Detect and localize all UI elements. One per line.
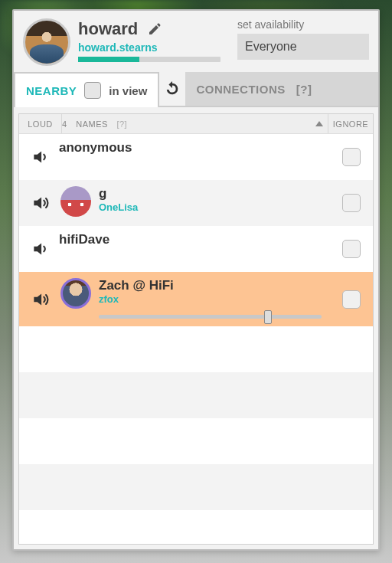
in-view-checkbox[interactable]: [84, 82, 101, 99]
volume-button[interactable]: [25, 239, 56, 259]
people-list: LOUD 4 NAMES [?] IGNORE anonymous g One: [18, 113, 374, 545]
ignore-checkbox[interactable]: [342, 148, 361, 166]
talk-level-bar: [78, 57, 220, 62]
my-avatar[interactable]: [23, 18, 70, 66]
person-avatar[interactable]: [60, 186, 91, 217]
edit-name-button[interactable]: [144, 18, 165, 40]
people-panel: howard howard.stearns set availability E…: [12, 9, 380, 551]
volume-slider[interactable]: [99, 313, 322, 320]
tab-connections-label: CONNECTIONS: [196, 83, 285, 96]
person-display-name: anonymous: [59, 140, 336, 155]
volume-button[interactable]: [25, 290, 56, 309]
tab-connections[interactable]: CONNECTIONS [?]: [185, 72, 378, 106]
tab-nearby[interactable]: NEARBY in view: [14, 72, 159, 107]
list-header: LOUD 4 NAMES [?] IGNORE: [19, 114, 373, 134]
person-username: OneLisa: [99, 201, 336, 213]
tab-bar: NEARBY in view CONNECTIONS [?]: [14, 72, 378, 107]
col-ignore[interactable]: IGNORE: [328, 114, 373, 133]
availability-label: set availability: [237, 18, 369, 31]
empty-row: [19, 372, 373, 418]
speaker-icon: [31, 193, 51, 213]
person-avatar[interactable]: [60, 278, 91, 309]
ignore-checkbox[interactable]: [342, 290, 361, 309]
names-help[interactable]: [?]: [116, 119, 127, 129]
names-label: NAMES: [76, 119, 108, 129]
my-display-name: howard: [78, 19, 138, 39]
ignore-checkbox[interactable]: [342, 240, 361, 258]
col-names[interactable]: 4 NAMES [?]: [62, 114, 328, 133]
person-row[interactable]: hifiDave: [19, 226, 373, 272]
empty-row: [19, 464, 373, 510]
person-display-name: g: [99, 186, 336, 201]
volume-button[interactable]: [25, 193, 56, 213]
header: howard howard.stearns set availability E…: [14, 11, 378, 72]
my-username: howard.stearns: [78, 41, 230, 54]
person-row[interactable]: Zach @ HiFi zfox: [19, 272, 373, 326]
person-display-name: Zach @ HiFi: [99, 278, 336, 293]
empty-row: [19, 326, 373, 372]
connections-help[interactable]: [?]: [296, 83, 312, 96]
col-loud[interactable]: LOUD: [19, 114, 62, 133]
person-display-name: hifiDave: [59, 232, 336, 247]
tab-nearby-label: NEARBY: [26, 84, 77, 97]
in-view-label: in view: [109, 84, 147, 97]
person-row[interactable]: anonymous: [19, 134, 373, 180]
empty-row: [19, 418, 373, 464]
ignore-checkbox[interactable]: [342, 194, 361, 212]
volume-button[interactable]: [25, 147, 56, 167]
people-rows: anonymous g OneLisa hifiDave Z: [19, 134, 373, 544]
person-username: zfox: [99, 293, 336, 305]
refresh-button[interactable]: [159, 72, 185, 106]
names-count: 4: [62, 119, 67, 129]
sort-ascending-icon: [315, 121, 323, 126]
speaker-icon: [31, 290, 51, 309]
availability-select[interactable]: Everyone: [237, 34, 369, 60]
talk-level-fill: [78, 57, 139, 62]
refresh-icon: [164, 80, 181, 97]
speaker-icon: [31, 239, 51, 259]
speaker-icon: [31, 147, 51, 167]
person-row[interactable]: g OneLisa: [19, 180, 373, 226]
pencil-icon: [147, 21, 162, 37]
